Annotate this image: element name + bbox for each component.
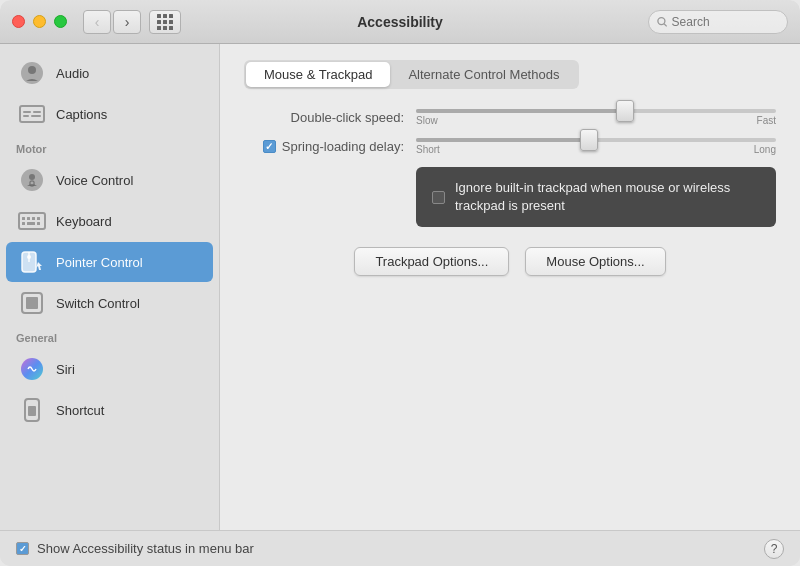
sidebar-item-label: Captions [56,107,107,122]
accessibility-status-checkbox[interactable] [16,542,29,555]
title-bar: ‹ › Accessibility [0,0,800,44]
spring-loading-slider-track[interactable] [416,138,776,142]
double-click-slider-track[interactable] [416,109,776,113]
sidebar-item-switch-control[interactable]: Switch Control [6,283,213,323]
audio-icon [18,59,46,87]
spring-loading-short-label: Short [416,144,440,155]
spring-loading-slider-fill [416,138,589,142]
double-click-fast-label: Fast [757,115,776,126]
svg-rect-8 [31,115,41,117]
tab-bar: Mouse & Trackpad Alternate Control Metho… [244,60,579,89]
app-grid-button[interactable] [149,10,181,34]
sidebar-item-label: Shortcut [56,403,104,418]
trackpad-options-button[interactable]: Trackpad Options... [354,247,509,276]
spring-loading-checkbox[interactable] [263,140,276,153]
search-icon [657,16,668,28]
content-area: Mouse & Trackpad Alternate Control Metho… [220,44,800,530]
help-button[interactable]: ? [764,539,784,559]
search-box[interactable] [648,10,788,34]
accessibility-status-label: Show Accessibility status in menu bar [37,541,254,556]
minimize-button[interactable] [33,15,46,28]
svg-point-10 [29,174,35,180]
svg-rect-17 [22,222,25,225]
main-layout: Audio Captions Motor [0,44,800,530]
sidebar-item-keyboard[interactable]: Keyboard [6,201,213,241]
double-click-slider-container: Slow Fast [416,109,776,126]
voice-control-icon [18,166,46,194]
nav-buttons: ‹ › [83,10,141,34]
sidebar-section-general: General [0,324,219,348]
close-button[interactable] [12,15,25,28]
spring-loading-row: Spring-loading delay: Short Long [244,138,776,155]
double-click-slow-label: Slow [416,115,438,126]
double-click-slider-labels: Slow Fast [416,115,776,126]
pointer-control-icon [18,248,46,276]
window-title: Accessibility [357,14,443,30]
forward-button[interactable]: › [113,10,141,34]
spring-loading-slider-container: Short Long [416,138,776,155]
maximize-button[interactable] [54,15,67,28]
traffic-lights [12,15,67,28]
grid-icon [157,14,173,30]
captions-icon [18,100,46,128]
bottom-buttons: Trackpad Options... Mouse Options... [244,247,776,276]
siri-icon [18,355,46,383]
svg-rect-15 [32,217,35,220]
search-input[interactable] [672,15,779,29]
svg-rect-12 [19,213,45,229]
mouse-options-button[interactable]: Mouse Options... [525,247,665,276]
sidebar-item-siri[interactable]: Siri [6,349,213,389]
svg-rect-28 [28,406,36,416]
double-click-label: Double-click speed: [244,110,404,125]
sidebar-item-label: Keyboard [56,214,112,229]
tab-mouse-trackpad[interactable]: Mouse & Trackpad [246,62,390,87]
svg-point-0 [658,17,665,24]
sidebar-item-label: Siri [56,362,75,377]
svg-rect-18 [27,222,35,225]
spring-loading-label: Spring-loading delay: [282,139,404,154]
tooltip-checkbox[interactable] [432,191,445,204]
sidebar-section-motor: Motor [0,135,219,159]
shortcut-icon [18,396,46,424]
svg-rect-7 [23,115,29,117]
svg-rect-6 [33,111,41,113]
sidebar-item-pointer-control[interactable]: Pointer Control [6,242,213,282]
double-click-row: Double-click speed: Slow Fast [244,109,776,126]
keyboard-icon [18,207,46,235]
tab-alternate-control[interactable]: Alternate Control Methods [390,62,577,87]
back-icon: ‹ [95,14,100,30]
sidebar-item-label: Voice Control [56,173,133,188]
sidebar-item-label: Pointer Control [56,255,143,270]
tooltip-text: Ignore built-in trackpad when mouse or w… [455,179,760,215]
spring-loading-slider-thumb[interactable] [580,129,598,151]
back-button[interactable]: ‹ [83,10,111,34]
sidebar-item-voice-control[interactable]: Voice Control [6,160,213,200]
spring-loading-long-label: Long [754,144,776,155]
svg-point-23 [27,255,31,259]
forward-icon: › [125,14,130,30]
svg-rect-19 [37,222,40,225]
sidebar-item-captions[interactable]: Captions [6,94,213,134]
svg-rect-13 [22,217,25,220]
svg-rect-25 [26,297,38,309]
svg-line-1 [664,23,667,26]
sidebar-item-label: Audio [56,66,89,81]
svg-rect-5 [23,111,31,113]
sidebar-item-label: Switch Control [56,296,140,311]
switch-control-icon [18,289,46,317]
sidebar-item-audio[interactable]: Audio [6,53,213,93]
double-click-slider-fill [416,109,625,113]
double-click-slider-thumb[interactable] [616,100,634,122]
tooltip-box: Ignore built-in trackpad when mouse or w… [416,167,776,227]
svg-rect-14 [27,217,30,220]
svg-rect-4 [20,106,44,122]
svg-rect-16 [37,217,40,220]
sidebar: Audio Captions Motor [0,44,220,530]
status-bar: Show Accessibility status in menu bar ? [0,530,800,566]
sidebar-item-shortcut[interactable]: Shortcut [6,390,213,430]
svg-point-3 [28,66,36,74]
